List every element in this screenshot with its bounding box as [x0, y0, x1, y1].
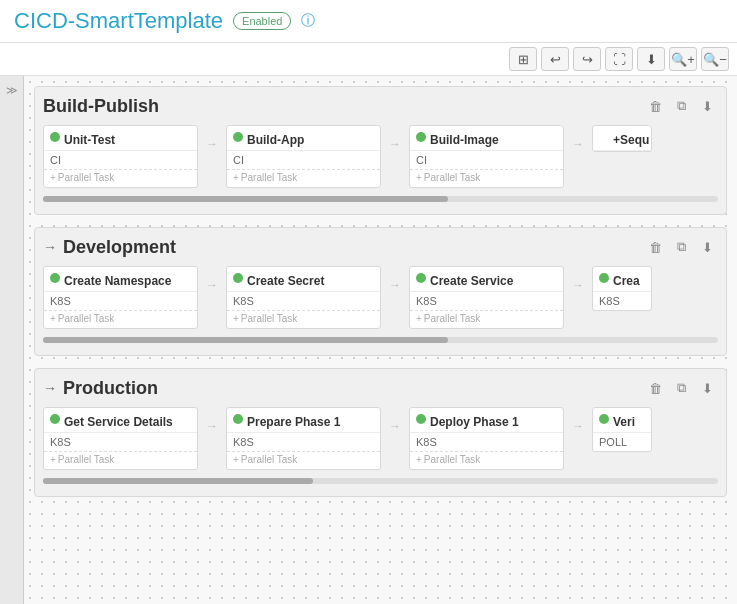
zoom-out-button[interactable]: 🔍−	[701, 47, 729, 71]
task-card-partial-header-dev: Crea	[593, 267, 651, 292]
task-card-body-prepare-phase-1: K8S	[227, 433, 380, 451]
task-card-header-create-service: Create Service	[410, 267, 563, 292]
zoom-in-button[interactable]: 🔍+	[669, 47, 697, 71]
phase-scrollbar-development[interactable]	[43, 337, 718, 343]
redo-button[interactable]: ↪	[573, 47, 601, 71]
task-card-unit-test: Unit-Test CI + Parallel Task	[43, 125, 198, 188]
task-card-footer-unit-test[interactable]: + Parallel Task	[44, 169, 197, 187]
task-card-partial-title-prod: Veri	[613, 415, 635, 429]
task-card-deploy-phase-1: Deploy Phase 1 K8S + Parallel Task	[409, 407, 564, 470]
plus-icon-prepare-phase-1: +	[233, 454, 239, 465]
task-card-header-build-app: Build-App	[227, 126, 380, 151]
parallel-task-label-build-image: Parallel Task	[424, 172, 481, 183]
task-status-dot-partial-dev	[599, 273, 609, 283]
phase-copy-button-build-publish[interactable]: ⧉	[670, 95, 692, 117]
phase-scrollbar-thumb-production	[43, 478, 313, 484]
sidebar-toggle-icon: ≫	[6, 84, 18, 97]
task-card-partial-header-prod: Veri	[593, 408, 651, 433]
parallel-task-label-build-app: Parallel Task	[241, 172, 298, 183]
phase-title-row-prod: → Production	[43, 378, 158, 399]
phase-group-development: → Development 🗑 ⧉ ⬇ Create Namespace	[34, 227, 727, 356]
phase-scrollbar-build-publish[interactable]	[43, 196, 718, 202]
arrow-connector-3: →	[572, 125, 584, 151]
task-card-body-deploy-phase-1: K8S	[410, 433, 563, 451]
phase-group-production: → Production 🗑 ⧉ ⬇ Get Service Detai	[34, 368, 727, 497]
canvas[interactable]: Build-Publish 🗑 ⧉ ⬇ Unit-Test	[24, 76, 737, 604]
arrow-connector-2: →	[389, 125, 401, 151]
task-card-partial-body-prod: POLL	[593, 433, 651, 451]
toolbar: ⊞ ↩ ↪ ⛶ ⬇ 🔍+ 🔍−	[0, 43, 737, 76]
task-status-dot-get-service-details	[50, 414, 60, 424]
app-title: CICD-SmartTemplate	[14, 8, 223, 34]
task-card-footer-create-namespace[interactable]: + Parallel Task	[44, 310, 197, 328]
task-card-title-get-service-details: Get Service Details	[64, 415, 173, 429]
phase-export-button-development[interactable]: ⬇	[696, 236, 718, 258]
fit-view-button[interactable]: ⛶	[605, 47, 633, 71]
task-card-body-build-image: CI	[410, 151, 563, 169]
task-card-body-build-app: CI	[227, 151, 380, 169]
arrow-connector-dev-3: →	[572, 266, 584, 292]
phase-export-button-build-publish[interactable]: ⬇	[696, 95, 718, 117]
task-card-build-image: Build-Image CI + Parallel Task	[409, 125, 564, 188]
task-card-footer-build-app[interactable]: + Parallel Task	[227, 169, 380, 187]
task-card-create-namespace: Create Namespace K8S + Parallel Task	[43, 266, 198, 329]
arrow-connector-1: →	[206, 125, 218, 151]
plus-icon-build-image: +	[416, 172, 422, 183]
tasks-row-build-publish: Unit-Test CI + Parallel Task → Build	[43, 125, 718, 188]
enabled-badge[interactable]: Enabled	[233, 12, 291, 30]
phase-title-production: Production	[63, 378, 158, 399]
task-card-partial-title-dev: Crea	[613, 274, 640, 288]
parallel-task-label-create-secret: Parallel Task	[241, 313, 298, 324]
task-card-footer-prepare-phase-1[interactable]: + Parallel Task	[227, 451, 380, 469]
task-card-body-create-namespace: K8S	[44, 292, 197, 310]
task-card-body-get-service-details: K8S	[44, 433, 197, 451]
tasks-row-development: Create Namespace K8S + Parallel Task →	[43, 266, 718, 329]
task-card-partial-development: Crea K8S	[592, 266, 652, 311]
task-card-title-build-image: Build-Image	[430, 133, 499, 147]
task-card-header-deploy-phase-1: Deploy Phase 1	[410, 408, 563, 433]
task-card-footer-get-service-details[interactable]: + Parallel Task	[44, 451, 197, 469]
info-icon[interactable]: ⓘ	[301, 12, 315, 30]
download-button[interactable]: ⬇	[637, 47, 665, 71]
phase-copy-button-production[interactable]: ⧉	[670, 377, 692, 399]
task-status-dot-deploy-phase-1	[416, 414, 426, 424]
toolbar-right: ⊞ ↩ ↪ ⛶ ⬇ 🔍+ 🔍−	[509, 47, 729, 71]
main-content: ≫ Build-Publish 🗑 ⧉ ⬇	[0, 76, 737, 604]
tasks-row-production: Get Service Details K8S + Parallel Task …	[43, 407, 718, 470]
phase-delete-button-production[interactable]: 🗑	[644, 377, 666, 399]
task-card-body-unit-test: CI	[44, 151, 197, 169]
task-card-get-service-details: Get Service Details K8S + Parallel Task	[43, 407, 198, 470]
sidebar-toggle-bar[interactable]: ≫	[0, 76, 24, 604]
app-container: CICD-SmartTemplate Enabled ⓘ ⊞ ↩ ↪ ⛶ ⬇ 🔍…	[0, 0, 737, 604]
task-card-partial-build-publish: +Sequ	[592, 125, 652, 152]
phase-scrollbar-thumb-development	[43, 337, 448, 343]
task-card-footer-create-service[interactable]: + Parallel Task	[410, 310, 563, 328]
phase-title-row: Build-Publish	[43, 96, 159, 117]
task-card-partial-title: +Sequ	[613, 133, 649, 147]
undo-button[interactable]: ↩	[541, 47, 569, 71]
grid-view-button[interactable]: ⊞	[509, 47, 537, 71]
task-status-dot-partial-prod	[599, 414, 609, 424]
task-card-build-app: Build-App CI + Parallel Task	[226, 125, 381, 188]
plus-icon-deploy-phase-1: +	[416, 454, 422, 465]
parallel-task-label-get-service-details: Parallel Task	[58, 454, 115, 465]
task-status-dot-create-secret	[233, 273, 243, 283]
task-card-title-deploy-phase-1: Deploy Phase 1	[430, 415, 519, 429]
task-card-header-unit-test: Unit-Test	[44, 126, 197, 151]
task-card-footer-build-image[interactable]: + Parallel Task	[410, 169, 563, 187]
phase-delete-button-build-publish[interactable]: 🗑	[644, 95, 666, 117]
task-card-footer-deploy-phase-1[interactable]: + Parallel Task	[410, 451, 563, 469]
phase-delete-button-development[interactable]: 🗑	[644, 236, 666, 258]
phase-copy-button-development[interactable]: ⧉	[670, 236, 692, 258]
task-status-dot-build-image	[416, 132, 426, 142]
phase-actions-build-publish: 🗑 ⧉ ⬇	[644, 95, 718, 117]
phase-scrollbar-production[interactable]	[43, 478, 718, 484]
task-card-prepare-phase-1: Prepare Phase 1 K8S + Parallel Task	[226, 407, 381, 470]
phase-scrollbar-thumb-build-publish	[43, 196, 448, 202]
phase-export-button-production[interactable]: ⬇	[696, 377, 718, 399]
task-card-partial-body-dev: K8S	[593, 292, 651, 310]
plus-icon-create-namespace: +	[50, 313, 56, 324]
task-card-create-service: Create Service K8S + Parallel Task	[409, 266, 564, 329]
task-card-body-create-service: K8S	[410, 292, 563, 310]
task-card-footer-create-secret[interactable]: + Parallel Task	[227, 310, 380, 328]
